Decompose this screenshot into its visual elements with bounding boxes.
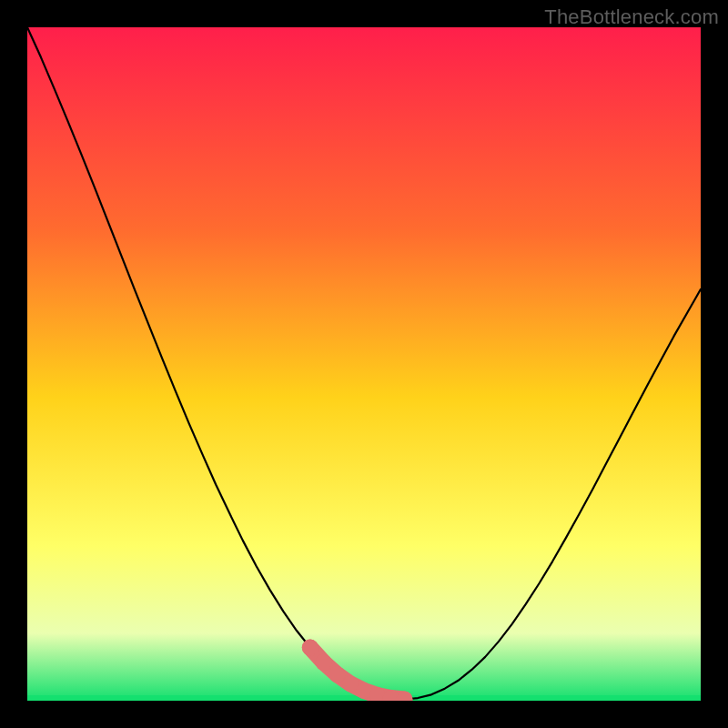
chart-svg: [27, 27, 701, 701]
svg-rect-0: [27, 27, 701, 701]
watermark-text: TheBottleneck.com: [544, 5, 719, 29]
chart-stage: TheBottleneck.com: [0, 0, 728, 728]
plot-area: [27, 27, 701, 701]
marker-dot: [302, 640, 318, 656]
marker-dot: [329, 666, 345, 682]
marker-dot: [316, 654, 332, 671]
